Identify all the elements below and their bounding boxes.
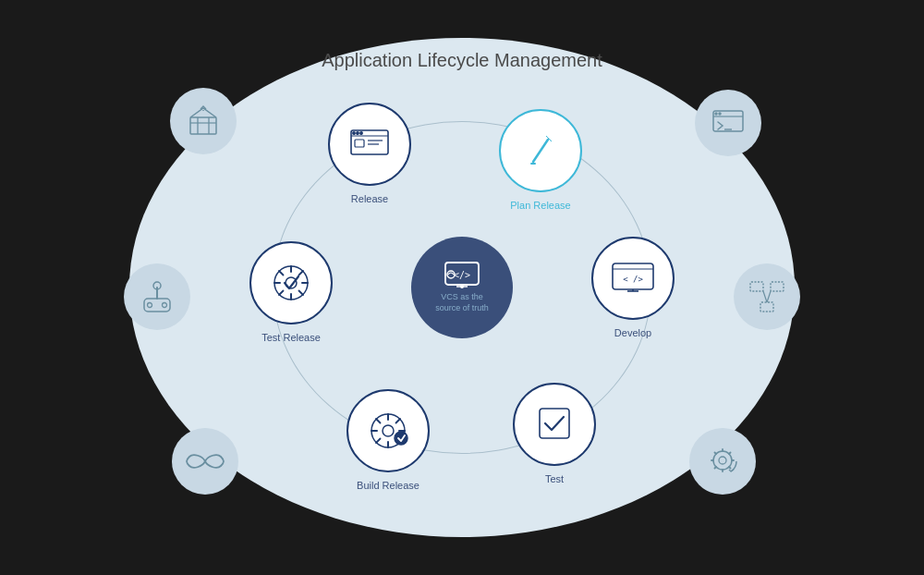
satellite-joystick <box>124 263 190 330</box>
node-build-release-label: Build Release <box>357 480 419 491</box>
node-test[interactable]: Test <box>513 383 596 466</box>
svg-point-24 <box>395 432 407 445</box>
node-plan-release-label: Plan Release <box>510 200 570 211</box>
satellite-terminal <box>695 90 761 156</box>
svg-rect-38 <box>771 282 784 291</box>
node-release-label: Release <box>351 193 388 204</box>
center-label: VCS as the source of truth <box>430 292 494 313</box>
svg-rect-44 <box>144 299 170 312</box>
page-title: Application Lifecycle Management <box>322 47 602 73</box>
center-node: </> VCS as the source of truth <box>411 237 513 338</box>
svg-rect-7 <box>355 140 364 147</box>
satellite-diagram <box>734 263 800 330</box>
svg-point-23 <box>383 425 394 436</box>
node-test-label: Test <box>545 473 564 484</box>
node-test-release-label: Test Release <box>261 332 321 343</box>
svg-point-10 <box>353 132 355 134</box>
node-develop-label: Develop <box>614 327 651 338</box>
svg-point-48 <box>163 303 167 308</box>
svg-line-40 <box>763 291 767 302</box>
node-plan-release[interactable]: Plan Release <box>499 109 582 192</box>
svg-point-12 <box>360 132 362 134</box>
svg-line-13 <box>533 140 548 162</box>
svg-rect-21 <box>540 409 569 438</box>
node-test-release[interactable]: Test Release <box>249 241 333 324</box>
main-container: Application Lifecycle Management </> VCS… <box>65 19 859 556</box>
svg-point-11 <box>357 132 359 134</box>
satellite-box <box>170 88 237 154</box>
svg-line-41 <box>767 291 771 302</box>
svg-rect-27 <box>190 117 216 134</box>
svg-text:< />: < /> <box>623 275 643 284</box>
svg-point-35 <box>715 113 717 115</box>
svg-point-36 <box>719 113 721 115</box>
satellite-infinity <box>172 428 238 495</box>
svg-rect-37 <box>750 282 763 291</box>
svg-point-43 <box>719 457 726 464</box>
satellite-gear-spin <box>689 428 756 495</box>
svg-text:</>: </> <box>454 270 470 280</box>
node-develop[interactable]: < /> Develop <box>591 237 675 320</box>
node-build-release[interactable]: Build Release <box>346 389 430 472</box>
node-release[interactable]: Release <box>328 103 411 186</box>
svg-point-47 <box>148 303 152 308</box>
svg-rect-32 <box>713 111 743 131</box>
svg-rect-39 <box>760 302 773 312</box>
